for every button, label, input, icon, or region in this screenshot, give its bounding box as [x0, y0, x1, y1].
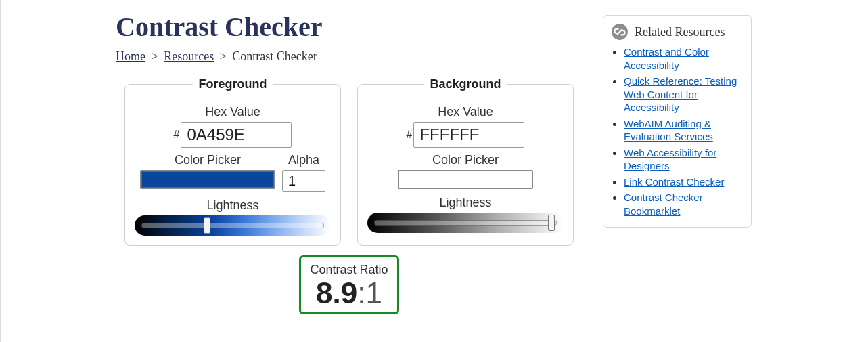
fg-picker-label: Color Picker — [175, 153, 241, 167]
bg-hex-input[interactable] — [413, 122, 524, 148]
slider-rail — [141, 223, 324, 228]
list-item: WebAIM Auditing & Evaluation Services — [624, 117, 744, 144]
fg-lightness-slider[interactable] — [135, 215, 331, 236]
bg-color-swatch[interactable] — [398, 170, 533, 189]
bg-lightness-label: Lightness — [367, 196, 564, 210]
fg-hex-input[interactable] — [181, 122, 292, 148]
breadcrumb-sep: > — [217, 49, 229, 63]
related-header-text: Related Resources — [635, 25, 725, 39]
list-item: Contrast and Color Accessibility — [624, 45, 744, 72]
hash-symbol: # — [407, 129, 413, 141]
list-item: Contrast Checker Bookmarklet — [624, 191, 744, 217]
bg-lightness-thumb[interactable] — [548, 215, 555, 231]
bg-picker-label: Color Picker — [432, 153, 499, 167]
page-title: Contrast Checker — [116, 11, 583, 43]
breadcrumb-resources[interactable]: Resources — [164, 49, 214, 63]
background-panel: Background Hex Value # Color Picker Ligh… — [357, 77, 574, 246]
contrast-ratio-value: 8.9:1 — [308, 277, 390, 309]
breadcrumb: Home > Resources > Contrast Checker — [116, 49, 583, 64]
fg-alpha-input[interactable] — [282, 170, 325, 192]
link-icon — [610, 22, 629, 41]
contrast-ratio-box: Contrast Ratio 8.9:1 — [299, 255, 399, 314]
breadcrumb-sep: > — [149, 49, 161, 63]
slider-rail — [374, 220, 557, 226]
breadcrumb-current: Contrast Checker — [232, 49, 317, 63]
related-link-1[interactable]: Quick Reference: Testing Web Content for… — [624, 75, 737, 113]
related-link-5[interactable]: Contrast Checker Bookmarklet — [624, 192, 703, 217]
breadcrumb-home[interactable]: Home — [116, 49, 145, 63]
fg-lightness-thumb[interactable] — [204, 217, 210, 234]
bg-lightness-slider[interactable] — [367, 213, 564, 233]
list-item: Link Contrast Checker — [624, 175, 744, 189]
fg-hex-label: Hex Value — [135, 105, 331, 119]
foreground-panel: Foreground Hex Value # Color Picker Alph… — [124, 77, 341, 246]
fg-lightness-label: Lightness — [135, 198, 331, 213]
hash-symbol: # — [174, 129, 180, 141]
fg-color-swatch[interactable] — [140, 170, 275, 189]
related-link-2[interactable]: WebAIM Auditing & Evaluation Services — [624, 118, 713, 143]
contrast-ratio-label: Contrast Ratio — [308, 263, 390, 277]
related-resources: Related Resources Contrast and Color Acc… — [603, 15, 752, 228]
bg-hex-label: Hex Value — [367, 105, 564, 119]
related-link-0[interactable]: Contrast and Color Accessibility — [624, 46, 709, 71]
foreground-legend: Foreground — [193, 77, 273, 91]
list-item: Quick Reference: Testing Web Content for… — [624, 74, 744, 114]
related-link-3[interactable]: Web Accessibility for Designers — [624, 147, 716, 172]
list-item: Web Accessibility for Designers — [624, 146, 744, 173]
related-link-4[interactable]: Link Contrast Checker — [624, 176, 724, 188]
fg-alpha-label: Alpha — [288, 153, 319, 167]
background-legend: Background — [424, 77, 506, 91]
